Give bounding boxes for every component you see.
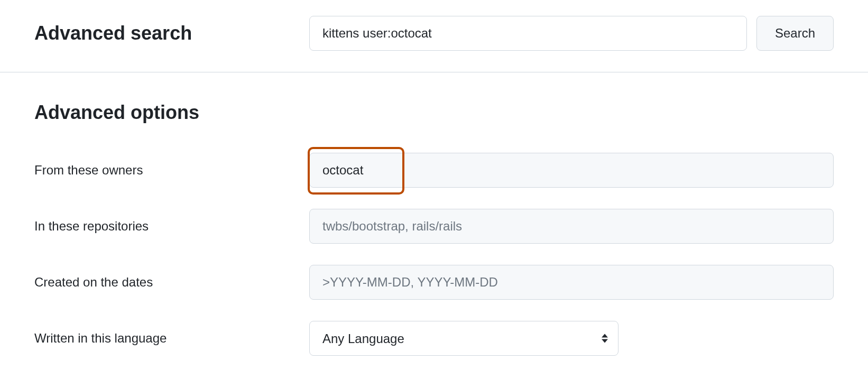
language-select[interactable]: Any Language	[309, 321, 618, 356]
search-input[interactable]	[309, 16, 747, 51]
page-title: Advanced search	[34, 22, 299, 44]
section-title: Advanced options	[34, 101, 834, 124]
language-label: Written in this language	[34, 331, 309, 346]
repositories-row: In these repositories	[34, 209, 834, 244]
dates-label: Created on the dates	[34, 275, 309, 290]
repositories-input[interactable]	[309, 209, 834, 244]
owners-row: From these owners	[34, 153, 834, 188]
language-select-wrap: Any Language	[309, 321, 618, 356]
language-row: Written in this language Any Language	[34, 321, 834, 356]
search-header: Advanced search Search	[0, 0, 868, 72]
search-button[interactable]: Search	[756, 16, 834, 51]
advanced-options-section: Advanced options From these owners In th…	[0, 72, 868, 388]
search-row: Search	[309, 16, 834, 51]
repositories-input-wrap	[309, 209, 834, 244]
dates-input[interactable]	[309, 265, 834, 300]
dates-row: Created on the dates	[34, 265, 834, 300]
owners-input-wrap	[309, 153, 834, 188]
owners-label: From these owners	[34, 163, 309, 178]
dates-input-wrap	[309, 265, 834, 300]
repositories-label: In these repositories	[34, 219, 309, 234]
owners-input[interactable]	[309, 153, 834, 188]
